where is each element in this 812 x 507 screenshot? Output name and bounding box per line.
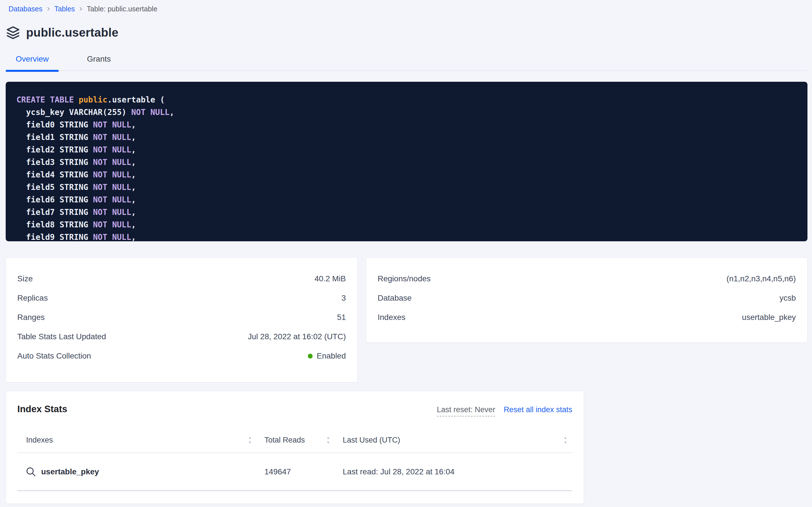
detail-row-size: Size 40.2 MiB — [17, 269, 346, 288]
breadcrumb-link-tables[interactable]: Tables — [55, 5, 75, 13]
detail-row-indexes: Indexes usertable_pkey — [378, 308, 796, 327]
table-location-card: Regions/nodes (n1,n2,n3,n4,n5,n6) Databa… — [366, 258, 807, 343]
detail-value: 40.2 MiB — [315, 274, 346, 283]
sql-create-statement: CREATE TABLE public.usertable ( ycsb_key… — [6, 82, 807, 241]
index-name: usertable_pkey — [41, 467, 99, 476]
column-header-total-reads[interactable]: Total Reads ▲▼ — [255, 436, 333, 445]
sql-line: field5 STRING NOT NULL, — [16, 181, 799, 193]
sql-line: field0 STRING NOT NULL, — [16, 119, 799, 131]
sql-line: field1 STRING NOT NULL, — [16, 131, 799, 144]
index-stats-title: Index Stats — [17, 404, 67, 414]
column-label: Last Used (UTC) — [343, 436, 400, 445]
chevron-right-icon: › — [79, 4, 82, 12]
table-details-card: Size 40.2 MiB Replicas 3 Ranges 51 Table… — [6, 258, 358, 382]
sql-line: field7 STRING NOT NULL, — [16, 206, 799, 219]
sql-line: field4 STRING NOT NULL, — [16, 169, 799, 181]
detail-row-replicas: Replicas 3 — [17, 288, 346, 308]
sql-line: field9 STRING NOT NULL, — [16, 231, 799, 241]
sort-icon[interactable]: ▲▼ — [326, 436, 330, 444]
index-stats-table: Indexes ▲▼ Total Reads ▲▼ Last Used (UTC… — [17, 428, 572, 491]
column-header-indexes[interactable]: Indexes ▲▼ — [17, 436, 255, 445]
index-table-row[interactable]: usertable_pkey 149647 Last read: Jul 28,… — [17, 453, 572, 491]
detail-label: Replicas — [17, 293, 48, 302]
detail-row-stats-updated: Table Stats Last Updated Jul 28, 2022 at… — [17, 327, 346, 346]
detail-row-ranges: Ranges 51 — [17, 308, 346, 327]
stack-icon — [6, 26, 20, 40]
column-header-last-used[interactable]: Last Used (UTC) ▲▼ — [333, 436, 572, 445]
chevron-right-icon: › — [47, 4, 50, 12]
tab-grants[interactable]: Grants — [72, 55, 125, 64]
column-label: Total Reads — [264, 436, 305, 445]
breadcrumb: Databases › Tables › Table: public.usert… — [8, 4, 807, 14]
index-name-cell: usertable_pkey — [17, 467, 255, 477]
sql-line: field2 STRING NOT NULL, — [16, 144, 799, 156]
detail-value: Enabled — [308, 351, 346, 360]
detail-value: usertable_pkey — [742, 313, 796, 322]
details-cards: Size 40.2 MiB Replicas 3 Ranges 51 Table… — [6, 258, 807, 382]
status-enabled-dot — [308, 354, 313, 358]
detail-row-auto-stats: Auto Stats Collection Enabled — [17, 346, 346, 365]
title-row: public.usertable — [6, 25, 807, 40]
sql-line: field3 STRING NOT NULL, — [16, 156, 799, 169]
sql-line: CREATE TABLE public.usertable ( — [16, 94, 799, 106]
detail-label: Regions/nodes — [378, 274, 431, 283]
last-reset-tooltip[interactable]: Last reset: Never — [437, 405, 495, 416]
breadcrumb-current: Table: public.usertable — [87, 5, 158, 13]
detail-value: Jul 28, 2022 at 16:02 (UTC) — [248, 332, 346, 341]
tab-overview[interactable]: Overview — [6, 55, 59, 64]
detail-row-database: Database ycsb — [378, 288, 796, 308]
reset-index-stats-link[interactable]: Reset all index stats — [504, 405, 572, 414]
detail-label: Indexes — [378, 313, 405, 322]
detail-value: 51 — [337, 313, 346, 322]
detail-label: Table Stats Last Updated — [17, 332, 106, 341]
detail-label: Size — [17, 274, 33, 283]
search-icon — [26, 467, 36, 477]
index-stats-header: Index Stats Last reset: Never Reset all … — [17, 404, 572, 417]
detail-label: Auto Stats Collection — [17, 351, 91, 360]
detail-value: ycsb — [779, 293, 796, 302]
detail-label: Ranges — [17, 313, 45, 322]
sort-icon[interactable]: ▲▼ — [248, 436, 252, 444]
last-used-cell: Last read: Jul 28, 2022 at 16:04 — [333, 467, 572, 476]
page: Databases › Tables › Table: public.usert… — [6, 4, 807, 504]
sql-line: field8 STRING NOT NULL, — [16, 219, 799, 231]
detail-value: (n1,n2,n3,n4,n5,n6) — [727, 274, 796, 283]
index-stats-card: Index Stats Last reset: Never Reset all … — [6, 391, 584, 504]
detail-value: 3 — [341, 293, 346, 302]
detail-row-regions: Regions/nodes (n1,n2,n3,n4,n5,n6) — [378, 269, 796, 288]
sql-line: ycsb_key VARCHAR(255) NOT NULL, — [16, 106, 799, 119]
total-reads-cell: 149647 — [255, 467, 333, 476]
column-label: Indexes — [26, 436, 53, 445]
index-table-header: Indexes ▲▼ Total Reads ▲▼ Last Used (UTC… — [17, 428, 572, 453]
tab-bar: Overview Grants — [6, 55, 807, 71]
sql-line: field6 STRING NOT NULL, — [16, 193, 799, 206]
status-badge: Enabled — [317, 351, 346, 360]
page-title: public.usertable — [26, 26, 118, 40]
index-stats-actions: Last reset: Never Reset all index stats — [437, 405, 572, 416]
detail-label: Database — [378, 293, 412, 302]
breadcrumb-link-databases[interactable]: Databases — [8, 5, 43, 13]
sort-icon[interactable]: ▲▼ — [563, 436, 567, 444]
